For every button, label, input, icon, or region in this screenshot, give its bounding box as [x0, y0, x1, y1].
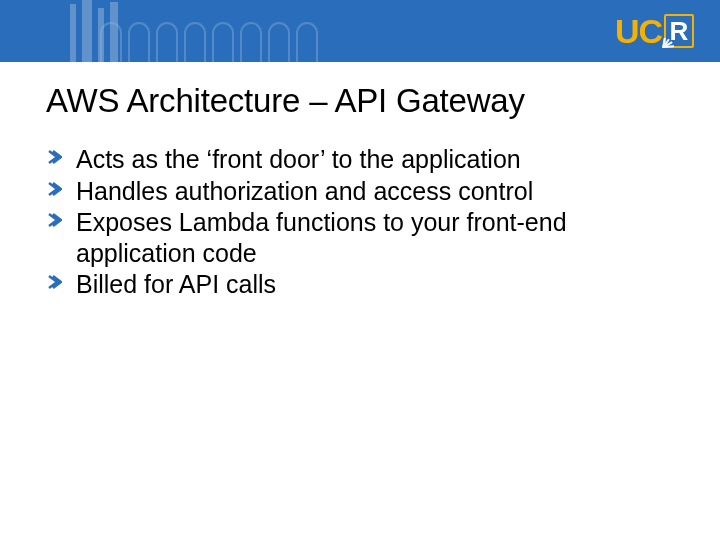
- bullet-text: Handles authorization and access control: [76, 177, 533, 205]
- list-item: Handles authorization and access control: [46, 176, 674, 207]
- list-item: Exposes Lambda functions to your front-e…: [46, 207, 674, 268]
- list-item: Acts as the ‘front door’ to the applicat…: [46, 144, 674, 175]
- logo-r-box: R: [664, 14, 694, 48]
- list-item: Billed for API calls: [46, 269, 674, 300]
- chevron-right-icon: [48, 274, 62, 290]
- ucr-logo: UC R: [615, 12, 694, 51]
- bullet-text: Exposes Lambda functions to your front-e…: [76, 208, 567, 267]
- header-banner: UC R: [0, 0, 720, 62]
- slide-title: AWS Architecture – API Gateway: [46, 82, 674, 120]
- bullet-text: Acts as the ‘front door’ to the applicat…: [76, 145, 521, 173]
- chevron-right-icon: [48, 181, 62, 197]
- content-area: AWS Architecture – API Gateway Acts as t…: [0, 62, 720, 300]
- logo-uc-text: UC: [615, 12, 662, 51]
- bullet-list: Acts as the ‘front door’ to the applicat…: [46, 144, 674, 300]
- slide: UC R AWS Architecture – API Gateway Acts…: [0, 0, 720, 540]
- banner-arches-graphic: [100, 0, 360, 62]
- chevron-right-icon: [48, 149, 62, 165]
- bullet-text: Billed for API calls: [76, 270, 276, 298]
- logo-burst-icon: [664, 36, 676, 48]
- chevron-right-icon: [48, 212, 62, 228]
